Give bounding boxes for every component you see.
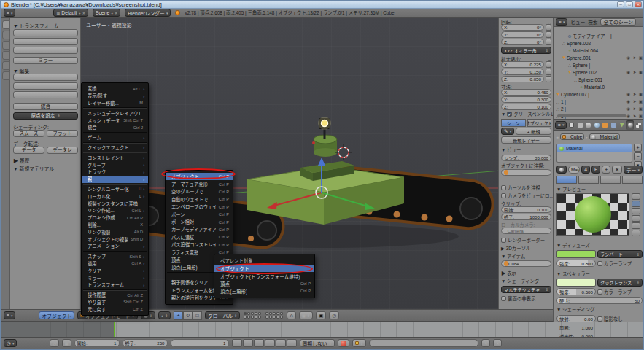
submenu-item[interactable]: アーマチュア変形 Ctrl P: [166, 180, 233, 187]
preview-cube-button[interactable]: [632, 208, 640, 214]
submenu-item[interactable]: パス追従コンストレイント Ctrl P: [166, 241, 233, 249]
material-type-tab[interactable]: [600, 176, 621, 184]
gp-panel-caret[interactable]: ▼: [501, 112, 505, 117]
snap-element-selector[interactable]: ▦⇕: [299, 311, 313, 319]
slot-remove-button[interactable]: −: [634, 152, 642, 160]
menu-item[interactable]: アニメーション ›: [82, 243, 148, 250]
menu-item[interactable]: ミラー ›: [82, 274, 148, 281]
unlink-button[interactable]: ✕: [612, 166, 622, 174]
edit-button[interactable]: [13, 82, 78, 90]
rotation-field[interactable]: Y:0°: [501, 31, 544, 38]
backface-checkbox[interactable]: [501, 296, 506, 301]
toolshelf-tab[interactable]: [2, 61, 10, 70]
data-layout-button[interactable]: データレ: [47, 147, 78, 154]
close-button[interactable]: ✕: [635, 1, 642, 7]
lock-cursor-checkbox[interactable]: [501, 185, 506, 190]
menu-item[interactable]: [82, 289, 148, 292]
rotation-mode-dropdown[interactable]: XYZ オイラー角⇕: [501, 47, 551, 54]
submenu-item[interactable]: パスに追従 Ctrl P: [166, 233, 233, 241]
visibility-select-render-icons[interactable]: ◉ ➤ ▣: [626, 92, 643, 96]
menu-item[interactable]: トランスフォーム ›: [82, 281, 148, 289]
object-menu-button[interactable]: オブジェクト: [39, 311, 74, 319]
minimize-button[interactable]: ─: [617, 1, 624, 7]
preview-sphere2-button[interactable]: [632, 230, 640, 236]
transform-button[interactable]: [13, 29, 78, 36]
scale-manipulator-button[interactable]: □: [193, 311, 202, 320]
shade-smooth-button[interactable]: スムーズ: [13, 130, 44, 137]
scale-field[interactable]: X:0.225: [501, 61, 544, 68]
visibility-select-render-icons[interactable]: ◉ ➤ ▣: [626, 106, 643, 111]
maximize-button[interactable]: □: [626, 1, 633, 7]
playback-button[interactable]: [232, 339, 242, 347]
menu-item[interactable]: メッシュデータレイアウトを転送: [82, 109, 148, 117]
submenu-item[interactable]: エンベロープのウェイトで Ctrl P: [166, 203, 233, 211]
toolshelf-tab[interactable]: [2, 51, 10, 60]
fake-user-button[interactable]: F: [591, 166, 600, 174]
menu-item[interactable]: 変換 Alt C ›: [82, 85, 148, 93]
viewport-shading-dropdown[interactable]: マルチテクスチャ⇕: [501, 286, 551, 293]
lock-camera-checkbox[interactable]: [501, 193, 506, 198]
preview-range-toggle[interactable]: ◷: [50, 339, 58, 347]
lock-icon[interactable]: [546, 76, 551, 82]
outliner-hscrollbar[interactable]: [557, 114, 626, 117]
data-button[interactable]: データ: [13, 147, 44, 154]
diffuse-intensity-slider[interactable]: 強度:0.800: [556, 260, 596, 267]
edit-button[interactable]: [13, 91, 78, 98]
visibility-select-render-icons[interactable]: ◉ ➤ ▣: [626, 70, 643, 74]
pivot-selector[interactable]: ●⇕: [158, 311, 171, 319]
data-source-dropdown[interactable]: デー▾: [624, 166, 643, 174]
editor-type-icon[interactable]: ≡▾: [4, 9, 15, 17]
menu-item[interactable]: 適用 Ctrl A ›: [82, 260, 148, 268]
outliner-search-menu[interactable]: 検索: [588, 18, 597, 26]
menu-item[interactable]: リンク複製 Alt D: [82, 228, 148, 236]
tab-world-icon[interactable]: [593, 120, 601, 130]
scale-field[interactable]: Z:0.050: [501, 76, 544, 82]
specular-intensity-slider[interactable]: 強度:0.500: [556, 288, 596, 295]
pin-icon[interactable]: ●: [556, 135, 559, 139]
orientation-selector[interactable]: グローバル⇕: [205, 311, 240, 319]
outliner-item-label[interactable]: 1 |: [561, 99, 566, 104]
submenu-item[interactable]: カーブモディファイアー Ctrl P: [166, 226, 233, 233]
menu-item[interactable]: スナップ Shift S ›: [82, 253, 148, 260]
editor-type-icon[interactable]: ≡▾: [555, 121, 567, 129]
scene-selector[interactable]: Scene+✕: [93, 9, 120, 17]
outliner-view-menu[interactable]: ビュー: [570, 18, 585, 26]
outliner-scope-selector[interactable]: 全てのシーン: [600, 18, 635, 26]
diffuse-shader-dropdown[interactable]: ランバート⇕: [597, 250, 643, 258]
view-panel-title[interactable]: ▼ ビュー: [501, 147, 521, 153]
playback-button[interactable]: [265, 339, 275, 347]
material-slot-selected[interactable]: Material: [557, 144, 632, 152]
shading-panel-title[interactable]: ▼ シェーディング: [556, 306, 594, 313]
panel-new-material-title[interactable]: ▼ 新規マテリアル: [13, 165, 54, 172]
outliner-row[interactable]: ∴ Sphere |: [555, 61, 643, 69]
scale-field[interactable]: Y:0.150: [501, 69, 544, 75]
menu-item[interactable]: クイックエフェクト ›: [82, 144, 148, 152]
outliner-row[interactable]: ▼ Cylinder.007 | ◉ ➤ ▣: [555, 90, 643, 98]
transform-button[interactable]: [13, 47, 78, 54]
mirror-button[interactable]: ミラー: [13, 57, 78, 64]
dimension-field[interactable]: X:0.450: [501, 89, 551, 96]
timeline-ruler[interactable]: [1, 322, 644, 337]
visibility-select-render-icons[interactable]: ◉ ➤ ▣: [626, 99, 643, 104]
outliner-row[interactable]: ▼ Sphere.001 ◉ ➤ ▣: [555, 54, 643, 61]
submenu-item[interactable]: 空のグループで Ctrl P: [166, 188, 233, 195]
menu-item[interactable]: 元に戻す Ctrl Z: [82, 306, 148, 313]
outliner-item-label[interactable]: Material.0: [584, 85, 605, 90]
users-count-button[interactable]: 4: [581, 166, 590, 174]
start-frame-field[interactable]: 開始:1: [74, 339, 120, 347]
playback-button[interactable]: [243, 339, 253, 347]
dimension-field[interactable]: Y:0.300: [501, 96, 551, 103]
menu-item[interactable]: リンク作成... Ctrl L ›: [82, 207, 148, 214]
material-slot-list[interactable]: Material: [556, 144, 632, 163]
delete-keyframe-button[interactable]: ✕: [493, 339, 502, 347]
item-name-field[interactable]: Cube: [501, 260, 551, 267]
toolshelf-tab[interactable]: [2, 71, 10, 80]
edit-button[interactable]: [13, 74, 78, 81]
menu-item[interactable]: ゲーム ›: [82, 134, 148, 141]
material-browse-button[interactable]: [556, 166, 567, 174]
slot-add-button[interactable]: +: [634, 144, 642, 152]
editor-type-icon[interactable]: ◷▾: [4, 339, 17, 347]
local-camera-field[interactable]: ▣Camera✕: [501, 228, 551, 234]
specular-ramp-checkbox[interactable]: [597, 289, 602, 295]
menu-item[interactable]: やり直す Shift Ctrl Z: [82, 299, 148, 306]
